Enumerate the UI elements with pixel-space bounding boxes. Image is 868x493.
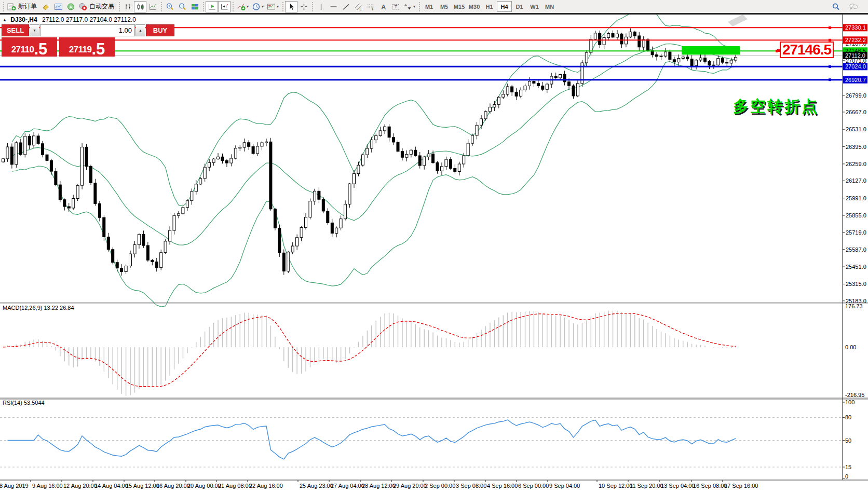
candles-button[interactable] (134, 1, 146, 12)
hline-button[interactable] (327, 1, 340, 12)
date-axis-label: 16 Aug 20:00 (156, 483, 190, 489)
volume-increase-button[interactable]: ▲ (135, 24, 145, 36)
timeframe-m1-button[interactable]: M1 (422, 1, 437, 12)
text-button[interactable]: A (377, 1, 389, 12)
candle (120, 268, 123, 272)
autotrade-button[interactable]: 自动交易 (77, 1, 117, 12)
eraser-button[interactable] (39, 1, 52, 12)
date-axis-label: 10 Sep 12:00 (599, 483, 632, 489)
timeframe-mn-button[interactable]: MN (542, 1, 557, 12)
eraser-icon (42, 3, 50, 11)
candle (449, 159, 452, 168)
toolbar-group (160, 1, 201, 13)
candle (401, 152, 403, 158)
volume-input[interactable] (40, 24, 135, 36)
zoom-out-button[interactable] (176, 1, 188, 12)
line-handle[interactable] (829, 78, 831, 81)
cursor-button[interactable] (285, 1, 297, 12)
bars-button[interactable] (121, 1, 134, 12)
candle (217, 157, 220, 159)
date-axis-label: 2 Sep 00:00 (425, 483, 455, 489)
chart-window-button[interactable] (52, 1, 64, 12)
timeframe-h1-button[interactable]: H1 (482, 1, 497, 12)
candle (76, 185, 79, 198)
sell-button[interactable]: SELL (2, 24, 29, 36)
chat-button[interactable] (847, 1, 860, 12)
price-badge-label: 27112.0 (845, 52, 865, 59)
text-label-button[interactable]: T (389, 1, 402, 12)
candle (55, 171, 57, 185)
date-axis-label: 21 Aug 08:00 (218, 483, 252, 489)
candle (265, 142, 268, 143)
candle (599, 33, 601, 45)
broker-watermark (728, 15, 748, 26)
date-axis-label: 11 Sep 20:00 (630, 483, 663, 489)
candle (594, 33, 596, 39)
new-order-button[interactable]: 新订单 (6, 1, 39, 12)
candle (638, 36, 641, 47)
timeframe-h4-button[interactable]: H4 (497, 1, 512, 12)
candle (515, 92, 518, 96)
fibonacci-button[interactable]: F (364, 1, 377, 12)
candle (221, 157, 224, 160)
turning-point-annotation: 多空转折点 (733, 96, 819, 117)
candle (454, 169, 456, 172)
tile-windows-button[interactable] (188, 1, 201, 12)
date-axis-label: 22 Aug 16:00 (249, 483, 283, 489)
trendline-button[interactable] (340, 1, 352, 12)
buy-button[interactable]: BUY (146, 24, 174, 36)
chart-shift-button[interactable] (218, 1, 230, 12)
search-button[interactable] (830, 1, 842, 12)
date-axis-label: 28 Aug 12:00 (362, 483, 396, 489)
candle (726, 62, 728, 63)
green-zone-rect[interactable] (682, 46, 740, 54)
chart-canvas[interactable]: 27207.027071.026799.026667.026531.026395… (0, 15, 868, 493)
timeframe-d1-button[interactable]: D1 (512, 1, 527, 12)
candle (133, 245, 136, 254)
candle (410, 150, 412, 154)
buy-price-display[interactable]: 27119 .5 (59, 37, 115, 57)
candle (480, 119, 483, 125)
candle (208, 162, 211, 167)
sell-price-frac: .5 (34, 43, 47, 56)
candle (313, 191, 316, 201)
channel-button[interactable]: E (352, 1, 364, 12)
sell-price-display[interactable]: 27110 .5 (2, 37, 57, 57)
candle (243, 143, 246, 147)
candle (348, 184, 351, 204)
candle (554, 76, 557, 78)
indicators-button[interactable]: ▾ (235, 1, 250, 12)
price-callout-label[interactable]: 27146.5 (780, 42, 834, 58)
timeframe-m30-button[interactable]: M30 (467, 1, 482, 12)
shapes-button[interactable]: ▾ (402, 1, 417, 12)
periods-button[interactable]: ▾ (250, 1, 265, 12)
chart-title: ▲ DJ30-,H4 27112.0 27117.0 27104.0 27112… (3, 16, 136, 23)
timeframe-m15-button[interactable]: M15 (452, 1, 467, 12)
expand-one-click-icon[interactable]: ▲ (3, 18, 7, 22)
volume-decrease-button[interactable]: ▼ (30, 24, 39, 36)
crosshair-button[interactable] (297, 1, 310, 12)
line-handle[interactable] (829, 65, 831, 68)
zoom-in-button[interactable] (164, 1, 176, 12)
price-axis-tick: 25991.0 (846, 195, 866, 201)
candle (476, 125, 478, 135)
templates-button[interactable]: ▾ (265, 1, 280, 12)
timeframe-w1-button[interactable]: W1 (527, 1, 542, 12)
rsi-scale-label: 80 (845, 414, 851, 420)
timeframe-group: M1M5M15M30H1H4D1W1MN (418, 1, 557, 13)
vline-button[interactable] (315, 1, 327, 12)
candle (296, 238, 299, 246)
candle (730, 60, 733, 63)
line-handle[interactable] (829, 26, 831, 29)
timeframe-m5-button[interactable]: M5 (437, 1, 452, 12)
signal-button[interactable] (64, 1, 77, 12)
candle (146, 245, 149, 260)
chat-icon (849, 3, 858, 11)
candle (458, 164, 460, 172)
auto-scroll-button[interactable] (206, 1, 218, 12)
chart-area[interactable]: 27207.027071.026799.026667.026531.026395… (0, 15, 868, 493)
candle (436, 163, 439, 171)
date-axis-label: 27 Aug 04:00 (331, 483, 364, 489)
price-axis-tick: 26127.0 (846, 177, 866, 184)
line-button[interactable] (146, 1, 159, 12)
